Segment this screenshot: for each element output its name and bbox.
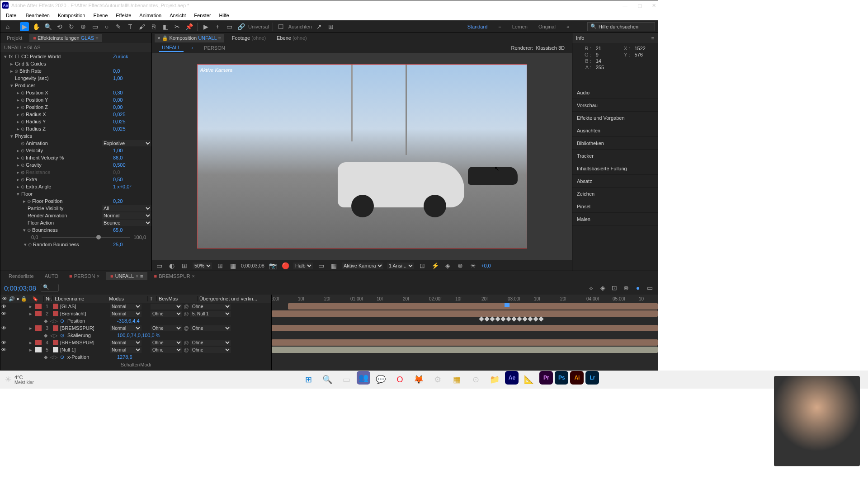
teams-icon[interactable]: 👥 xyxy=(357,371,370,385)
menu-fenster[interactable]: Fenster xyxy=(194,13,211,18)
parent-select[interactable]: Ohne xyxy=(190,325,231,331)
pixel-icon[interactable]: ⊡ xyxy=(418,261,427,270)
track-matte[interactable]: Ohne xyxy=(151,325,182,331)
snap-opt-icon[interactable]: ↗ xyxy=(315,22,324,31)
tab-close-icon[interactable]: × xyxy=(157,35,160,41)
zoom-tool[interactable]: 🔍 xyxy=(43,22,52,31)
prop-value[interactable]: 1278,6 xyxy=(117,354,132,360)
zoom-select[interactable]: 50% xyxy=(193,263,212,269)
snapshot-icon[interactable]: 📷 xyxy=(268,261,277,270)
illustrator-icon[interactable]: Ai xyxy=(570,371,584,385)
twirl-icon[interactable]: ▸ xyxy=(16,90,20,96)
prop-value[interactable]: 65,0 xyxy=(113,227,151,233)
clone-tool[interactable]: ⎘ xyxy=(149,22,158,31)
fast-icon[interactable]: ⚡ xyxy=(430,261,439,270)
selection-tool[interactable]: ▶ xyxy=(20,22,29,31)
prop-select[interactable]: Normal xyxy=(102,212,151,219)
twirl-icon[interactable]: ▸ xyxy=(16,126,20,132)
exposure-icon[interactable]: ☀ xyxy=(468,261,477,270)
prop-value[interactable]: 0,00 xyxy=(113,104,151,110)
blend-mode[interactable]: Normal xyxy=(110,340,142,346)
menu-hilfe[interactable]: Hilfe xyxy=(219,13,229,18)
track-matte[interactable]: Ohne xyxy=(151,340,182,346)
visibility-icon[interactable]: 👁 xyxy=(0,340,7,345)
tl-icon-3[interactable]: ⊡ xyxy=(610,283,619,292)
stopwatch-icon[interactable]: ⊙ xyxy=(20,155,25,160)
twirl-icon[interactable]: ▸ xyxy=(22,198,27,204)
menu-datei[interactable]: Datei xyxy=(6,13,18,18)
snap-icon[interactable]: ☐ xyxy=(277,22,286,31)
panel-absatz[interactable]: Absatz xyxy=(572,175,658,188)
prop-value[interactable]: 0,0 xyxy=(113,68,151,74)
menu-ansicht[interactable]: Ansicht xyxy=(170,13,186,18)
menu-komposition[interactable]: Komposition xyxy=(58,13,85,18)
camera-select[interactable]: Aktive Kamera xyxy=(342,263,383,269)
label-color[interactable] xyxy=(35,311,42,316)
maximize-button[interactable]: ▢ xyxy=(637,3,642,9)
prop-select[interactable]: Explosive xyxy=(102,140,151,146)
twirl-icon[interactable]: ▾ xyxy=(22,227,27,233)
tab-effect-controls[interactable]: ■ Effekteinstellungen GLAS ≡ xyxy=(29,34,102,42)
prop-value[interactable]: 1,00 xyxy=(113,148,151,153)
start-icon[interactable]: ⊞ xyxy=(300,371,317,388)
eraser-tool[interactable]: ◧ xyxy=(161,22,170,31)
layer-row[interactable]: ◆◁▷⊙x-Position1278,6 xyxy=(0,353,271,361)
prop-value[interactable]: 0,025 xyxy=(113,126,151,131)
prop-value[interactable]: 0,500 xyxy=(113,162,151,168)
photoshop-icon[interactable]: Ps xyxy=(555,371,568,385)
tl-icon-2[interactable]: ◈ xyxy=(598,283,607,292)
prop-value[interactable]: 0,50 xyxy=(113,177,151,182)
ws-more-icon[interactable]: » xyxy=(566,24,569,29)
tl-tab-renderliste[interactable]: Renderliste xyxy=(4,272,38,280)
ws-standard[interactable]: Standard xyxy=(467,24,488,29)
fx-toggle-icon[interactable]: ▾ xyxy=(3,54,8,60)
flow-person[interactable]: PERSON xyxy=(201,44,227,52)
twirl-icon[interactable]: ▾ xyxy=(9,83,14,89)
magnify-icon[interactable]: ▭ xyxy=(155,261,164,270)
menu-bearbeiten[interactable]: Bearbeiten xyxy=(26,13,50,18)
prop-value[interactable]: 100,0,74,0,100,0 % xyxy=(117,333,160,338)
box-icon[interactable]: ▭ xyxy=(225,22,234,31)
text-tool[interactable]: T xyxy=(126,22,135,31)
panel-tracker[interactable]: Tracker xyxy=(572,150,658,162)
panel-vorschau[interactable]: Vorschau xyxy=(572,99,658,112)
flow-unfall[interactable]: UNFALL xyxy=(159,44,184,52)
twirl-icon[interactable]: ▸ xyxy=(9,61,14,67)
render-icon[interactable]: ⊛ xyxy=(456,261,465,270)
stopwatch-icon[interactable]: ⊙ xyxy=(27,228,31,232)
prop-value[interactable]: 0,20 xyxy=(113,198,151,204)
stopwatch-icon[interactable]: ⊙ xyxy=(20,170,25,174)
blend-mode[interactable]: Normal xyxy=(110,311,142,317)
twirl-icon[interactable]: ▸ xyxy=(29,347,34,353)
composition-viewer[interactable]: Aktive Kamera ↖ xyxy=(197,64,527,249)
label-color[interactable] xyxy=(35,340,42,345)
parent-pickwhip-icon[interactable]: @ xyxy=(182,311,190,316)
layer-row[interactable]: ◆◁▷⊙Skalierung100,0,74,0,100,0 % xyxy=(0,332,271,339)
stopwatch-icon[interactable]: ⊙ xyxy=(20,119,25,124)
prop-select[interactable]: All xyxy=(102,205,151,211)
stopwatch-icon[interactable]: ⊙ xyxy=(14,69,19,73)
prop-value[interactable]: 1,00 xyxy=(113,75,151,81)
label-color[interactable] xyxy=(35,304,42,309)
rect-tool[interactable]: ▭ xyxy=(90,22,99,31)
ws-original[interactable]: Original xyxy=(538,24,556,29)
premiere-icon[interactable]: Pr xyxy=(539,371,553,385)
visibility-icon[interactable]: 👁 xyxy=(0,325,7,331)
tl-tab-person[interactable]: ■ PERSON × xyxy=(65,272,104,280)
tl-icon-4[interactable]: ⊛ xyxy=(622,283,631,292)
stopwatch-icon[interactable]: ⊙ xyxy=(20,141,25,145)
twirl-icon[interactable]: ▸ xyxy=(16,162,20,168)
tab-close-icon[interactable]: × xyxy=(97,274,99,279)
stopwatch-icon[interactable]: ⊙ xyxy=(28,242,32,247)
app-icon-3[interactable]: 📐 xyxy=(520,371,538,388)
bounciness-slider[interactable] xyxy=(42,237,130,238)
prop-value[interactable]: -318,6,4,4 xyxy=(117,318,140,324)
tab-composition[interactable]: × 🔒 Komposition UNFALL ≡ xyxy=(155,34,224,42)
app-icon-2[interactable]: ▦ xyxy=(448,371,465,388)
brush-tool[interactable]: 🖌 xyxy=(137,22,146,31)
stopwatch-icon[interactable]: ⊙ xyxy=(20,105,25,109)
blend-mode[interactable]: Normal xyxy=(110,325,142,331)
tl-tab-unfall[interactable]: ■ UNFALL × ≡ xyxy=(106,272,148,280)
resolution-select[interactable]: Halb xyxy=(293,263,313,269)
parent-select[interactable]: 5. Null 1 xyxy=(190,311,231,317)
